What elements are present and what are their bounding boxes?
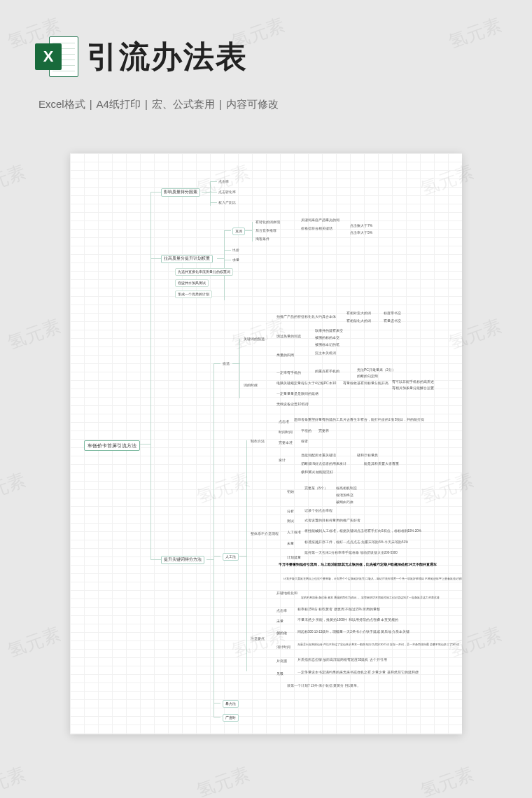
- page-title: 引流办法表: [87, 36, 248, 78]
- sub-format: Excel格式: [38, 98, 85, 111]
- page-header: X 引流办法表: [0, 0, 532, 92]
- leaf: 点击转化率: [218, 190, 236, 194]
- branch-3: 提升关键词得分方法: [161, 556, 204, 564]
- leaf: 权入产比比: [218, 200, 236, 204]
- branch-1: 影响质量得分因素: [161, 188, 200, 197]
- excel-badge: X: [35, 43, 62, 70]
- mindmap-root: 车低价卡首屏引流方法: [84, 440, 140, 451]
- branch-2: 拉高质量分提升计划权重: [161, 255, 213, 263]
- sub-macro: 宏、公式套用: [152, 98, 215, 111]
- document-preview: 车低价卡首屏引流方法 影响质量得分因素 点击率 点击转化率 权入产比比 拉高质量…: [70, 153, 462, 734]
- sub-editable: 内容可修改: [226, 98, 279, 111]
- mindmap: 车低价卡首屏引流方法 影响质量得分因素 点击率 点击转化率 权入产比比 拉高质量…: [77, 160, 455, 727]
- excel-icon: X: [35, 35, 78, 78]
- node: 克词: [232, 227, 245, 235]
- page-subtitle: Excel格式 | A4纸打印 | 宏、公式套用 | 内容可修改: [0, 92, 532, 111]
- leaf: 点击率: [218, 179, 229, 183]
- sub-print: A4纸打印: [97, 98, 141, 111]
